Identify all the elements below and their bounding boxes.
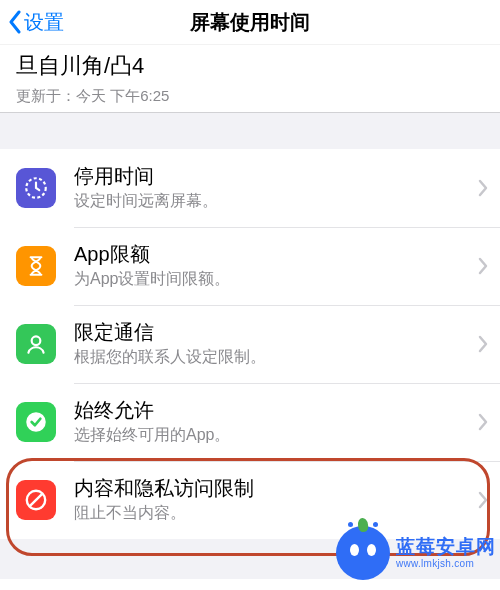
row-subtitle: 根据您的联系人设定限制。 (74, 347, 470, 368)
contact-person-icon (16, 324, 56, 364)
settings-list: 停用时间 设定时间远离屏幕。 App限额 为App设置时间限额。 限定通信 根据… (0, 149, 500, 539)
row-title: 限定通信 (74, 320, 470, 345)
chevron-right-icon (478, 335, 488, 353)
row-subtitle: 设定时间远离屏幕。 (74, 191, 470, 212)
svg-point-1 (32, 337, 41, 346)
nav-header: 设置 屏幕使用时间 (0, 0, 500, 45)
chevron-right-icon (478, 257, 488, 275)
chevron-left-icon (8, 10, 22, 34)
no-entry-icon (16, 480, 56, 520)
hourglass-icon (16, 246, 56, 286)
row-subtitle: 为App设置时间限额。 (74, 269, 470, 290)
activity-summary-section[interactable]: 旦自川角/凸4 更新于：今天 下午6:25 (0, 45, 500, 113)
last-updated-text: 更新于：今天 下午6:25 (16, 87, 484, 106)
row-title: 停用时间 (74, 164, 470, 189)
checkmark-shield-icon (16, 402, 56, 442)
row-downtime[interactable]: 停用时间 设定时间远离屏幕。 (0, 149, 500, 227)
row-title: App限额 (74, 242, 470, 267)
section-gap (0, 113, 500, 149)
downtime-clock-icon (16, 168, 56, 208)
chevron-right-icon (478, 179, 488, 197)
chevron-right-icon (478, 491, 488, 509)
row-communication-limits[interactable]: 限定通信 根据您的联系人设定限制。 (0, 305, 500, 383)
row-app-limits[interactable]: App限额 为App设置时间限额。 (0, 227, 500, 305)
page-title: 屏幕使用时间 (190, 9, 310, 36)
chevron-right-icon (478, 413, 488, 431)
section-gap-bottom (0, 539, 500, 579)
row-subtitle: 选择始终可用的App。 (74, 425, 470, 446)
row-subtitle: 阻止不当内容。 (74, 503, 470, 524)
row-always-allowed[interactable]: 始终允许 选择始终可用的App。 (0, 383, 500, 461)
back-label: 设置 (24, 9, 64, 36)
svg-line-4 (30, 494, 42, 506)
row-title: 内容和隐私访问限制 (74, 476, 470, 501)
partial-visible-row-title: 旦自川角/凸4 (16, 53, 484, 79)
row-content-privacy[interactable]: 内容和隐私访问限制 阻止不当内容。 (0, 461, 500, 539)
row-title: 始终允许 (74, 398, 470, 423)
back-button[interactable]: 设置 (8, 9, 64, 36)
